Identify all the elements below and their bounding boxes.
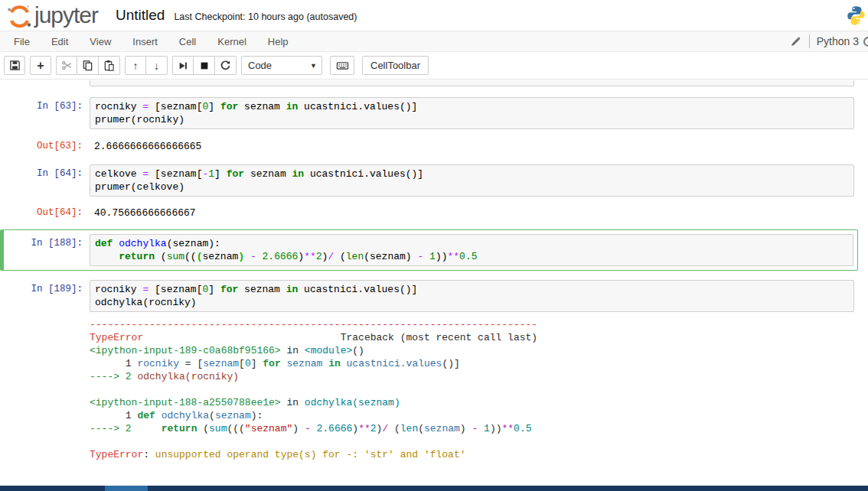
menu-cell[interactable]: Cell — [168, 36, 207, 47]
cell-type-dropdown[interactable]: Code ▼ — [241, 56, 322, 75]
kernel-status-icon — [863, 37, 868, 47]
edit-mode-pencil-icon — [790, 36, 801, 47]
paste-button[interactable] — [99, 56, 120, 75]
menubar-divider — [809, 34, 810, 48]
restart-kernel-button[interactable] — [215, 56, 237, 75]
menu-view[interactable]: View — [79, 36, 122, 47]
output-row-63: Out[63]: 2.6666666666666665 — [0, 137, 868, 156]
notebook-area: In [63]: rocniky = [seznam[0] for seznam… — [0, 80, 868, 486]
input-prompt: In [189]: — [0, 280, 90, 312]
output-text: 40.75666666666667 — [90, 203, 201, 223]
code-input-area[interactable]: celkove = [seznam[-1] for seznam in ucas… — [90, 164, 854, 197]
jupyter-logo-icon — [6, 2, 32, 30]
output-prompt: Out[63]: — [0, 137, 90, 156]
notebook-header: jupyter Untitled Last Checkpoint: 10 hou… — [0, 0, 868, 31]
menu-insert[interactable]: Insert — [122, 36, 168, 47]
copy-button[interactable] — [77, 56, 99, 75]
toolbar: + ↑ ↓ Code ▼ CellToolbar — [0, 52, 868, 80]
code-input-area[interactable]: rocniky = [seznam[0] for seznam in ucast… — [90, 280, 854, 312]
move-cell-up-button[interactable]: ↑ — [125, 56, 146, 75]
partial-cell-input[interactable] — [90, 80, 854, 86]
celltoolbar-button[interactable]: CellToolbar — [362, 56, 429, 75]
plus-icon: + — [37, 59, 44, 73]
save-button[interactable] — [4, 56, 25, 75]
chevron-down-icon: ▼ — [310, 62, 317, 70]
arrow-up-icon: ↑ — [133, 60, 139, 72]
menu-help[interactable]: Help — [257, 36, 299, 47]
save-icon — [9, 60, 21, 71]
output-prompt: Out[64]: — [0, 203, 90, 223]
output-text: 2.6666666666666665 — [90, 137, 206, 156]
input-prompt: In [64]: — [0, 164, 90, 197]
code-cell-63: In [63]: rocniky = [seznam[0] for seznam… — [0, 97, 868, 129]
taskbar-edge — [0, 486, 868, 491]
input-prompt: In [63]: — [0, 97, 90, 129]
menu-file[interactable]: File — [3, 36, 41, 47]
menu-kernel[interactable]: Kernel — [207, 36, 257, 47]
command-palette-button[interactable] — [330, 56, 354, 75]
notebook-title[interactable]: Untitled — [116, 7, 165, 24]
interrupt-kernel-button[interactable] — [194, 56, 215, 75]
refresh-icon — [220, 60, 231, 71]
code-cell-189: In [189]: rocniky = [seznam[0] for sezna… — [0, 280, 868, 312]
error-traceback: ----------------------------------------… — [90, 318, 854, 461]
checkpoint-status: Last Checkpoint: 10 hours ago (autosaved… — [174, 11, 357, 22]
jupyter-wordmark: jupyter — [34, 2, 98, 28]
jupyter-logo[interactable]: jupyter — [6, 2, 98, 30]
python-logo-icon — [846, 4, 866, 27]
code-cell-64: In [64]: celkove = [seznam[-1] for sezna… — [0, 164, 868, 197]
arrow-down-icon: ↓ — [154, 60, 159, 72]
menubar: File Edit View Insert Cell Kernel Help P… — [0, 31, 868, 52]
code-cell-188-selected[interactable]: In [188]: def odchylka(seznam): return (… — [0, 229, 858, 271]
paste-icon — [103, 60, 115, 71]
taskbar-edge-highlight — [105, 486, 148, 491]
stop-icon — [199, 60, 210, 71]
keyboard-icon — [336, 60, 349, 71]
scissors-icon — [61, 60, 73, 71]
add-cell-button[interactable]: + — [30, 56, 51, 75]
output-row-64: Out[64]: 40.75666666666667 — [0, 203, 868, 223]
cut-button[interactable] — [56, 56, 77, 75]
cell-type-value: Code — [248, 60, 272, 71]
step-forward-icon — [178, 60, 188, 71]
kernel-name: Python 3 — [817, 35, 859, 47]
menu-edit[interactable]: Edit — [41, 36, 79, 47]
code-input-area[interactable]: rocniky = [seznam[0] for seznam in ucast… — [90, 97, 854, 129]
code-input-area[interactable]: def odchylka(seznam): return (sum(((sezn… — [90, 234, 853, 266]
copy-icon — [82, 60, 93, 71]
run-cell-button[interactable] — [172, 56, 194, 75]
input-prompt: In [188]: — [4, 234, 90, 266]
move-cell-down-button[interactable]: ↓ — [146, 56, 168, 75]
